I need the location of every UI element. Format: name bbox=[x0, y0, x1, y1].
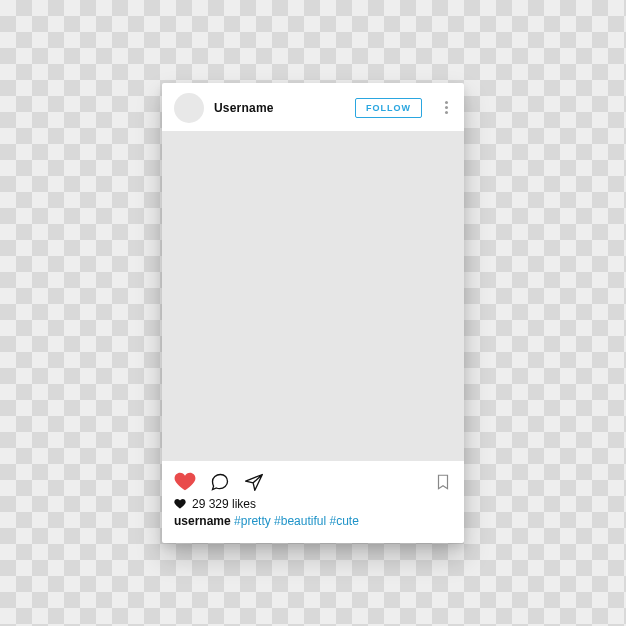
caption-username[interactable]: username bbox=[174, 514, 231, 528]
action-bar bbox=[162, 461, 464, 497]
hashtag[interactable]: #beautiful bbox=[274, 514, 326, 528]
avatar[interactable] bbox=[174, 93, 204, 123]
follow-button[interactable]: FOLLOW bbox=[355, 98, 422, 118]
bookmark-icon[interactable] bbox=[434, 472, 452, 492]
likes-count[interactable]: 29 329 likes bbox=[192, 497, 256, 511]
share-icon[interactable] bbox=[244, 472, 264, 492]
heart-icon[interactable] bbox=[174, 471, 196, 493]
header-username[interactable]: Username bbox=[214, 101, 345, 115]
post-image-placeholder bbox=[162, 131, 464, 461]
hashtag[interactable]: #cute bbox=[329, 514, 358, 528]
post-header: Username FOLLOW bbox=[162, 83, 464, 131]
likes-heart-icon bbox=[174, 498, 186, 510]
caption: username #pretty #beautiful #cute bbox=[162, 513, 464, 543]
likes-row: 29 329 likes bbox=[162, 497, 464, 513]
comment-icon[interactable] bbox=[210, 472, 230, 492]
social-post-card: Username FOLLOW 29 329 likes username #p… bbox=[162, 83, 464, 543]
hashtag[interactable]: #pretty bbox=[234, 514, 271, 528]
more-options-icon[interactable] bbox=[438, 101, 454, 114]
